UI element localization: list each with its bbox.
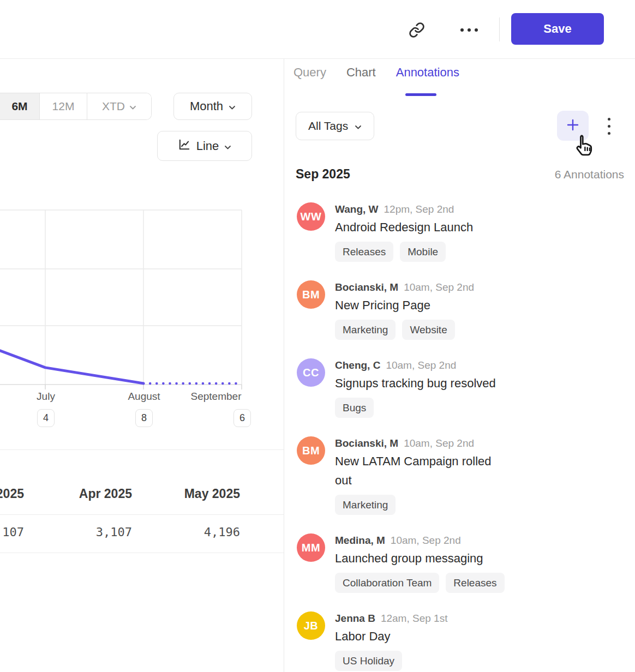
- annotation-item[interactable]: CC Cheng, C 10am, Sep 2nd Signups tracki…: [297, 358, 627, 418]
- annotation-tag[interactable]: Bugs: [335, 398, 374, 418]
- annotation-tag[interactable]: Releases: [446, 573, 504, 593]
- table-cell-col2: 3,107: [23, 525, 132, 539]
- annotation-author: Medina, M: [335, 533, 385, 548]
- annotation-tag[interactable]: Marketing: [335, 495, 396, 515]
- tab-annotations[interactable]: Annotations: [396, 65, 459, 89]
- table-cell-col1: 107: [0, 525, 24, 539]
- tag-filter-dropdown[interactable]: All Tags: [296, 112, 374, 140]
- chevron-down-icon: [224, 139, 231, 153]
- chart-axis-ticks: [45, 385, 242, 389]
- annotation-tag[interactable]: Collaboration Team: [335, 573, 439, 593]
- avatar: WW: [297, 202, 325, 231]
- link-icon: [409, 22, 425, 40]
- chart-gridlines: [0, 210, 242, 385]
- table-cell-col3: 4,196: [131, 525, 240, 539]
- annotation-timestamp: 10am, Sep 2nd: [404, 280, 474, 295]
- x-tick-august: August: [111, 391, 177, 403]
- annotation-tag[interactable]: Website: [402, 320, 454, 340]
- chart-series-line: [0, 351, 143, 383]
- annotation-timestamp: 10am, Sep 2nd: [391, 533, 461, 548]
- annotation-title: Android Redesign Launch: [335, 218, 473, 237]
- line-chart-icon: [178, 138, 191, 154]
- date-range-toggle: 6M 12M XTD: [0, 93, 152, 120]
- annotation-title: Launched group messaging: [335, 549, 505, 568]
- section-divider: [0, 449, 284, 450]
- table-header-col3: May 2025: [131, 487, 240, 501]
- panel-divider: [284, 59, 284, 672]
- avatar: JB: [297, 611, 325, 640]
- annotation-author: Cheng, C: [335, 358, 380, 373]
- annotation-author: Wang, W: [335, 202, 379, 217]
- annotation-tag[interactable]: US Holiday: [335, 651, 402, 671]
- annotation-tags: ReleasesMobile: [335, 242, 473, 262]
- annotation-title: Signups tracking bug resolved: [335, 374, 496, 393]
- line-chart[interactable]: [0, 209, 284, 394]
- annotation-title: Labor Day: [335, 627, 447, 646]
- annotations-list: WW Wang, W 12pm, Sep 2nd Android Redesig…: [297, 202, 627, 672]
- right-panel-tabs: Query Chart Annotations: [293, 65, 459, 89]
- chevron-down-icon: [229, 99, 236, 113]
- annotation-count-badge-july[interactable]: 4: [37, 409, 55, 427]
- plus-icon: [566, 118, 580, 134]
- kebab-icon: [608, 118, 610, 135]
- annotation-author: Bocianski, M: [335, 436, 398, 451]
- copy-link-button[interactable]: [407, 21, 427, 40]
- annotation-author: Jenna B: [335, 611, 375, 626]
- annotation-timestamp: 10am, Sep 2nd: [404, 436, 474, 451]
- annotation-tag[interactable]: Marketing: [335, 320, 396, 340]
- table-header-col2: Apr 2025: [23, 487, 132, 501]
- chart-type-dropdown[interactable]: Line: [157, 131, 252, 161]
- chevron-down-icon: [129, 100, 136, 113]
- tab-chart[interactable]: Chart: [346, 65, 376, 89]
- table-header-col1: 2025: [0, 487, 24, 501]
- annotation-item[interactable]: MM Medina, M 10am, Sep 2nd Launched grou…: [297, 533, 627, 593]
- more-options-button[interactable]: [458, 22, 480, 38]
- table-border: [0, 514, 284, 515]
- annotation-item[interactable]: BM Bocianski, M 10am, Sep 2nd New LATAM …: [297, 436, 627, 515]
- chevron-down-icon: [355, 119, 362, 133]
- annotation-tag[interactable]: Releases: [335, 242, 393, 262]
- range-option-6m[interactable]: 6M: [0, 93, 40, 119]
- active-tab-indicator: [405, 93, 436, 96]
- annotation-timestamp: 12am, Sep 1st: [381, 611, 448, 626]
- annotations-section-header: Sep 2025 6 Annotations: [296, 167, 624, 182]
- annotation-count-badge-august[interactable]: 8: [135, 409, 153, 427]
- annotation-title: New Pricing Page: [335, 296, 474, 315]
- avatar: MM: [297, 533, 325, 562]
- annotation-timestamp: 10am, Sep 2nd: [386, 358, 456, 373]
- header-border: [0, 58, 635, 59]
- range-option-xtd[interactable]: XTD: [87, 93, 151, 119]
- tab-query[interactable]: Query: [293, 65, 326, 89]
- header-divider: [499, 17, 500, 41]
- top-header: Save: [0, 0, 635, 58]
- annotation-title: New LATAM Campaign rolled out: [335, 452, 511, 490]
- annotation-tags: US Holiday: [335, 651, 447, 671]
- annotation-author: Bocianski, M: [335, 280, 398, 295]
- save-button[interactable]: Save: [511, 13, 604, 45]
- annotation-timestamp: 12pm, Sep 2nd: [384, 202, 454, 217]
- app-root: Save 6M 12M XTD Month Line: [0, 0, 635, 672]
- annotation-tags: Collaboration TeamReleases: [335, 573, 505, 593]
- annotation-tags: Bugs: [335, 398, 496, 418]
- section-month-label: Sep 2025: [296, 167, 350, 182]
- annotation-item[interactable]: BM Bocianski, M 10am, Sep 2nd New Pricin…: [297, 280, 627, 340]
- range-option-12m[interactable]: 12M: [40, 93, 87, 119]
- annotations-menu-button[interactable]: [602, 115, 615, 137]
- annotation-tags: Marketing: [335, 495, 511, 515]
- avatar: BM: [297, 436, 325, 465]
- annotation-count-badge-september[interactable]: 6: [233, 409, 251, 427]
- annotation-item[interactable]: JB Jenna B 12am, Sep 1st Labor Day US Ho…: [297, 611, 627, 671]
- ellipsis-icon: [460, 28, 478, 32]
- x-tick-july: July: [13, 391, 79, 403]
- avatar: CC: [297, 358, 325, 387]
- avatar: BM: [297, 280, 325, 309]
- annotation-tags: MarketingWebsite: [335, 320, 474, 340]
- granularity-dropdown[interactable]: Month: [173, 93, 252, 120]
- annotation-item[interactable]: WW Wang, W 12pm, Sep 2nd Android Redesig…: [297, 202, 627, 262]
- annotation-count-label: 6 Annotations: [555, 168, 624, 181]
- table-border: [0, 553, 284, 553]
- x-tick-september: September: [183, 391, 249, 403]
- annotation-tag[interactable]: Mobile: [400, 242, 446, 262]
- add-annotation-button[interactable]: [557, 111, 589, 141]
